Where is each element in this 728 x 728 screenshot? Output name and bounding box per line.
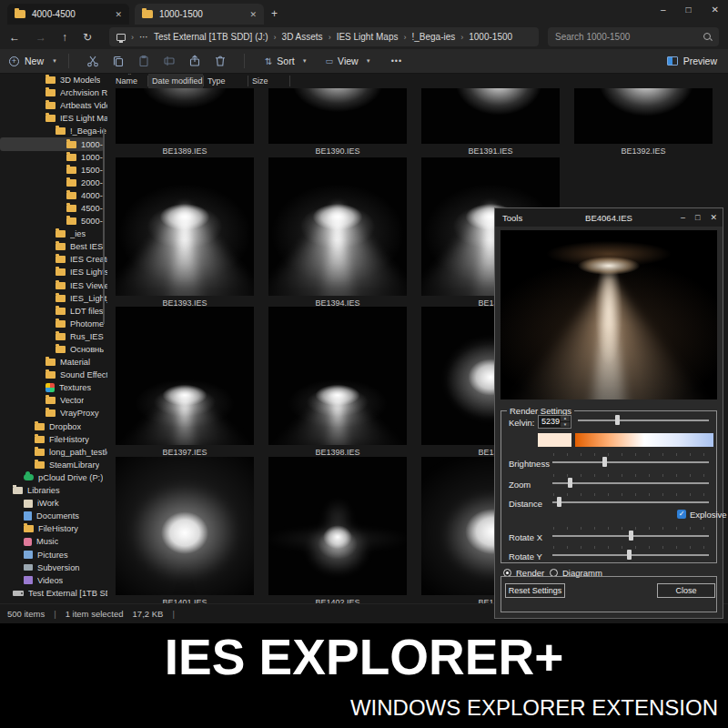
sidebar-item-iwork[interactable]: iWork <box>0 497 107 510</box>
kelvin-input[interactable]: 5239 ▲▼ <box>538 415 571 429</box>
sidebar-item-4000-[interactable]: 4000- <box>0 189 107 202</box>
cut-button[interactable] <box>80 55 106 67</box>
up-button[interactable]: ↑ <box>62 31 67 44</box>
window-minimize-button[interactable]: – <box>661 5 666 15</box>
tab-4000-4500[interactable]: 4000-4500 ✕ <box>7 4 129 25</box>
sidebar-item-3d-models[interactable]: 3D Models <box>0 74 107 86</box>
sidebar-item-1000-[interactable]: 1000- <box>0 137 104 150</box>
rename-button[interactable] <box>157 55 182 67</box>
kelvin-slider[interactable] <box>578 415 709 425</box>
file-item[interactable]: BE1392.IES <box>574 88 713 156</box>
column-header-size[interactable]: Size <box>248 74 289 88</box>
window-close-button[interactable]: ✕ <box>712 5 719 15</box>
breadcrumb-item[interactable]: !_Bega-ies <box>411 32 455 42</box>
tools-title-bar[interactable]: Tools BE4064.IES – □ ✕ <box>495 208 723 227</box>
rotate-x-slider[interactable] <box>552 531 709 541</box>
back-button[interactable]: ← <box>9 31 20 44</box>
file-item[interactable]: BE1389.IES <box>116 88 254 156</box>
breadcrumb-overflow[interactable]: ⋯ <box>139 32 148 42</box>
search-input[interactable]: Search 1000-1500 <box>548 27 719 46</box>
sidebar-item-2000-[interactable]: 2000- <box>0 177 107 189</box>
sidebar-item-textures[interactable]: Textures <box>0 381 107 394</box>
file-item[interactable]: BE1394.IES <box>268 157 407 308</box>
explosive-checkbox[interactable]: ✓ <box>677 510 686 519</box>
sidebar-item-videos[interactable]: Videos <box>0 574 107 587</box>
window-maximize-button[interactable]: □ <box>686 5 692 15</box>
sidebar-item-sound-effect[interactable]: Sound Effect <box>0 369 107 381</box>
sidebar-item-ies-light-map[interactable]: IES Light Map <box>0 112 107 125</box>
sidebar-item-test-external-1tb-sdd-[interactable]: Test External [1TB SDD] ( <box>0 587 107 600</box>
view-button[interactable]: ▭ View ▼ <box>326 56 371 66</box>
tab-1000-1500[interactable]: 1000-1500 ✕ <box>135 4 264 25</box>
file-item[interactable]: BE1390.IES <box>268 88 407 156</box>
sidebar-item-4500-[interactable]: 4500- <box>0 202 107 215</box>
sidebar-item-libraries[interactable]: Libraries <box>0 484 107 497</box>
breadcrumb-item[interactable]: 3D Assets <box>282 32 323 42</box>
sidebar-item-ldt-files[interactable]: LDT files <box>0 305 107 318</box>
sidebar-item-rus-ies[interactable]: Rus_IES <box>0 330 107 343</box>
distance-slider[interactable] <box>552 497 709 507</box>
tools-maximize-button[interactable]: □ <box>695 213 700 222</box>
tools-close-button[interactable]: ✕ <box>710 213 717 222</box>
copy-button[interactable] <box>106 55 131 67</box>
tab-close-icon[interactable]: ✕ <box>249 10 257 19</box>
sidebar-item-vrayproxy[interactable]: VrayProxy <box>0 407 107 420</box>
file-item[interactable]: BE1393.IES <box>116 157 254 308</box>
sidebar-item-steamlibrary[interactable]: SteamLibrary <box>0 459 107 471</box>
sidebar-item-1000-[interactable]: 1000- <box>0 151 107 164</box>
sidebar-item-material[interactable]: Material <box>0 356 107 369</box>
sidebar-item--bega-ie[interactable]: !_Bega-ie <box>0 125 107 137</box>
file-item[interactable]: BE1402.IES <box>268 457 407 603</box>
sort-button[interactable]: ⇅ Sort ▼ <box>265 56 308 66</box>
close-button[interactable]: Close <box>657 583 715 598</box>
more-options-button[interactable]: ••• <box>391 56 402 66</box>
sidebar-item-основнь[interactable]: Основнь <box>0 343 107 356</box>
sidebar-item-best-ies[interactable]: Best IES <box>0 240 107 253</box>
column-header-date[interactable]: Date modified <box>148 74 203 88</box>
file-item[interactable]: BE1391.IES <box>421 88 560 156</box>
share-button[interactable] <box>182 55 207 67</box>
sidebar-item-subversion[interactable]: Subversion <box>0 561 107 574</box>
sidebar-item-long-path-testlo[interactable]: long_path_testlo <box>0 446 107 459</box>
sidebar-item-ies-creato[interactable]: IES Creato <box>0 253 107 266</box>
tab-close-icon[interactable]: ✕ <box>115 10 122 19</box>
sidebar-item-pcloud-drive-p-[interactable]: pCloud Drive (P:) <box>0 471 107 484</box>
file-item[interactable]: BE1397.IES <box>116 307 254 457</box>
sidebar-item-filehistory[interactable]: FileHistory <box>0 433 107 446</box>
forward-button[interactable]: → <box>35 31 46 44</box>
sidebar-item-archvision-ri[interactable]: Archvision RI <box>0 86 107 99</box>
sidebar-item-5000-[interactable]: 5000- <box>0 215 107 228</box>
sidebar-item--ies[interactable]: _ies <box>0 228 107 240</box>
sidebar-item-1500-[interactable]: 1500- <box>0 164 107 177</box>
file-item[interactable]: BE1398.IES <box>268 307 407 457</box>
sidebar-item-pictures[interactable]: Pictures <box>0 548 107 561</box>
rotate-y-slider[interactable] <box>552 550 709 560</box>
new-button[interactable]: + New ▼ <box>9 56 57 66</box>
breadcrumb-item[interactable]: IES Light Maps <box>337 32 399 42</box>
kelvin-gradient-bar[interactable] <box>575 433 713 447</box>
sidebar-item-documents[interactable]: Documents <box>0 510 107 522</box>
preview-toggle[interactable]: Preview <box>667 56 717 66</box>
paste-button[interactable] <box>131 55 157 67</box>
column-header-name[interactable]: Name ^ <box>112 74 147 88</box>
sidebar-item-photome[interactable]: Photome <box>0 318 107 330</box>
sidebar-item-ies-viewe[interactable]: IES Viewe <box>0 279 107 292</box>
sidebar-item-ies-lights[interactable]: IES Lights <box>0 266 107 278</box>
file-item[interactable]: BE1401.IES <box>116 457 254 603</box>
sidebar-item-vector[interactable]: Vector <box>0 394 107 407</box>
sidebar-item-music[interactable]: Music <box>0 535 107 548</box>
sidebar-item-ies-light-[interactable]: IES_Light_ <box>0 292 107 305</box>
zoom-slider[interactable] <box>552 478 709 488</box>
tools-minimize-button[interactable]: – <box>681 213 685 222</box>
sidebar-item-filehistory[interactable]: FileHistory <box>0 522 107 535</box>
brightness-slider[interactable] <box>552 457 709 467</box>
sidebar-item-artbeats-vide[interactable]: Artbeats Vide <box>0 99 107 112</box>
new-tab-button[interactable]: + <box>271 7 278 20</box>
sidebar-item-dropbox[interactable]: Dropbox <box>0 420 107 433</box>
breadcrumb[interactable]: › ⋯ Test External [1TB SDD] (J:)›3D Asse… <box>109 27 539 46</box>
refresh-button[interactable]: ↻ <box>83 31 92 44</box>
delete-button[interactable] <box>207 55 233 67</box>
reset-settings-button[interactable]: Reset Settings <box>505 583 565 598</box>
column-header-type[interactable]: Type <box>204 74 248 88</box>
kelvin-spinner-buttons[interactable]: ▲▼ <box>561 416 570 428</box>
